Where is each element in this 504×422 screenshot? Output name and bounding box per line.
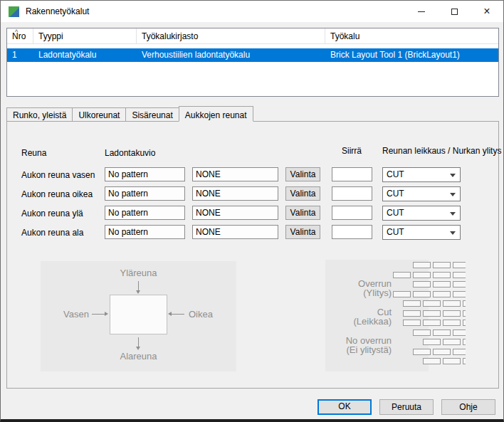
maximize-icon [451,9,458,15]
pattern-field[interactable]: No pattern [105,167,185,181]
chevron-down-icon [450,174,456,177]
cut-select[interactable]: CUT [382,167,461,182]
edge-row-vasen: Aukon reuna vasen No pattern NONE Valint… [7,167,498,182]
diagram-label-left: Vasen [46,309,89,320]
cut-select[interactable]: CUT [382,206,461,221]
legend-cut-line2: (Leikkaa) [329,317,392,326]
cell-tyokalu: Brick Layout Tool 1 (BrickLayout1) [325,48,498,62]
column-label-siirra: Siirrä [342,146,362,156]
diagram-label-right: Oikea [189,309,213,320]
valinta-button[interactable]: Valinta [285,167,320,181]
table-row[interactable]: 1 Ladontatyökalu Verhoustiilien ladontat… [7,48,498,62]
cell-tyokalukirjasto: Verhoustiilien ladontatyökalu [137,48,325,62]
column-label-leikkaus: Reunan leikkaus / Nurkan ylitys [382,146,501,156]
dialog-rakennetyokalut: Rakennetyökalut × ^ Nro Tyyppi Työkaluki… [0,0,504,422]
siirra-input[interactable] [332,225,372,239]
cut-select-value: CUT [387,208,404,218]
edge-row-yla: Aukon reuna ylä No pattern NONE Valinta … [7,206,498,221]
edge-row-label: Aukon reuna ala [21,228,83,238]
column-header-tyokalukirjasto[interactable]: Työkalukirjasto [137,28,325,43]
tab-strip: Runko, yleistä Ulkoreunat Sisäreunat Auk… [6,105,253,121]
column-label-reuna: Reuna [21,148,46,158]
pattern-field[interactable]: No pattern [105,206,185,220]
diagram-label-bottom: Alareuna [110,351,167,362]
library-field[interactable]: NONE [192,167,278,181]
arrow-down-icon [138,281,139,290]
tab-runko-yleista[interactable]: Runko, yleistä [6,107,73,121]
legend-overrun-line2: (Ylitys) [329,288,392,297]
edge-row-label: Aukon reuna vasen [21,170,95,180]
cut-select-value: CUT [387,227,404,237]
minimize-button[interactable] [405,1,438,22]
siirra-input[interactable] [332,167,372,181]
chevron-down-icon [450,212,456,216]
app-icon [9,6,19,17]
help-button[interactable]: Ohje [441,399,495,415]
cut-select[interactable]: CUT [382,225,461,240]
cell-nro: 1 [7,48,33,62]
close-button[interactable]: × [471,1,503,22]
pattern-field[interactable]: No pattern [105,186,185,201]
ok-button[interactable]: OK [317,399,372,415]
valinta-button[interactable]: Valinta [285,186,320,201]
caption-buttons: × [405,1,503,22]
chevron-down-icon [450,193,456,196]
arrow-right-icon [92,314,105,315]
tab-panel-aukkojen-reunat: Reuna Ladontakuvio Siirrä Reunan leikkau… [6,121,499,389]
title-bar[interactable]: Rakennetyökalut × [1,1,503,22]
edge-diagram: Yläreuna Vasen Oikea Alareuna [41,261,236,371]
minimize-icon [418,11,425,12]
tab-sisareunat[interactable]: Sisäreunat [125,107,179,121]
diagram-rectangle [110,295,167,334]
cell-tyyppi: Ladontatyökalu [33,48,137,62]
cancel-button[interactable]: Peruuta [379,399,434,415]
column-label-ladontakuvio: Ladontakuvio [105,148,155,158]
tab-aukkojen-reunat[interactable]: Aukkojen reunat [179,106,253,122]
edge-row-label: Aukon reuna ylä [21,209,83,218]
cut-select-value: CUT [387,189,404,199]
legend-cut: Cut (Leikkaa) [329,307,392,326]
list-header: ^ Nro Tyyppi Työkalukirjasto Työkalu [7,28,498,44]
tool-list: ^ Nro Tyyppi Työkalukirjasto Työkalu 1 L… [6,28,499,97]
edge-row-label: Aukon reuna oikea [21,189,93,199]
valinta-button[interactable]: Valinta [285,206,320,220]
library-field[interactable]: NONE [192,225,278,239]
window-title: Rakennetyökalut [26,6,89,16]
column-header-tyyppi[interactable]: Tyyppi [33,28,137,43]
column-header-nro[interactable]: ^ Nro [7,28,33,43]
pattern-field[interactable]: No pattern [105,225,185,239]
arrow-left-icon [172,314,184,315]
column-header-nro-label: Nro [12,31,26,41]
library-field[interactable]: NONE [192,186,278,201]
edge-row-oikea: Aukon reuna oikea No pattern NONE Valint… [7,186,498,201]
legend-overrun: Overrun (Ylitys) [329,279,392,297]
cut-select-value: CUT [387,169,404,179]
tab-ulkoreunat[interactable]: Ulkoreunat [72,107,126,121]
library-field[interactable]: NONE [192,206,278,220]
arrow-down-icon [138,337,139,347]
legend-no-overrun-line2: (Ei ylitystä) [329,345,392,354]
column-header-tyokalu[interactable]: Työkalu [325,28,498,43]
diagram-label-top: Yläreuna [110,268,167,278]
brick-pattern [386,262,466,376]
close-icon: × [483,6,490,17]
maximize-button[interactable] [438,1,471,22]
legend-no-overrun: No overrun (Ei ylitystä) [329,336,392,354]
siirra-input[interactable] [332,206,372,220]
sort-ascending-icon: ^ [15,29,18,36]
chevron-down-icon [450,231,456,235]
cut-select[interactable]: CUT [382,186,461,201]
edge-row-ala: Aukon reuna ala No pattern NONE Valinta … [7,225,498,240]
valinta-button[interactable]: Valinta [285,225,320,239]
siirra-input[interactable] [332,186,372,201]
